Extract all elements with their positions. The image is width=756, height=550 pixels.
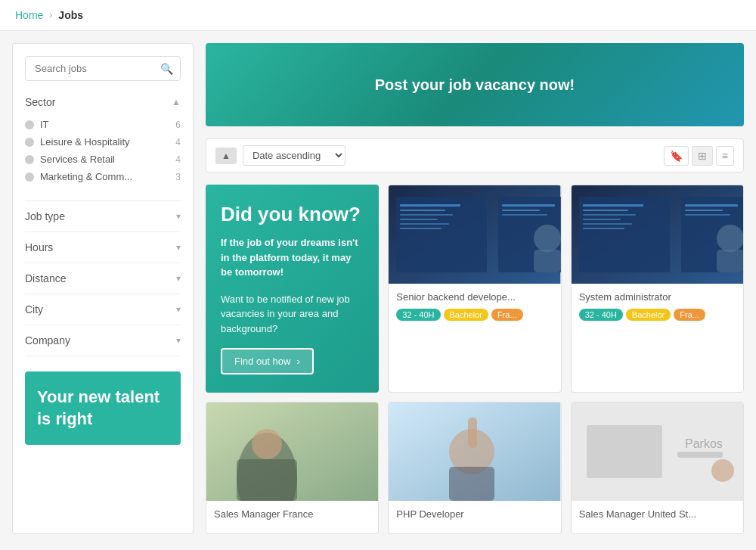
- promo-arrow-icon: ›: [296, 356, 299, 367]
- job-card-body: Sales Manager France: [206, 501, 378, 533]
- svg-rect-17: [583, 210, 628, 211]
- job-card[interactable]: Sales Manager France: [206, 402, 379, 534]
- promo-desc-light: Want to be notified of new job vacancies…: [221, 292, 364, 337]
- svg-rect-2: [400, 204, 460, 207]
- filter-collapse-icon: ▾: [176, 273, 181, 284]
- search-input[interactable]: [25, 56, 181, 81]
- svg-rect-21: [583, 228, 624, 229]
- svg-rect-10: [502, 210, 540, 211]
- banner-text: Post your job vacancy now!: [375, 76, 575, 94]
- grid-view-button[interactable]: ⊞: [692, 146, 713, 166]
- sector-collapse-icon: ▲: [172, 97, 181, 107]
- job-tag: Bachelor: [626, 309, 671, 321]
- sector-name: IT: [40, 119, 169, 130]
- job-card-image: Parkos: [572, 402, 743, 501]
- sector-dot: [25, 155, 34, 164]
- job-tag: Bachelor: [444, 309, 488, 321]
- svg-rect-31: [237, 459, 297, 501]
- job-card[interactable]: System administrator 32 - 40HBachelorFra…: [571, 185, 744, 393]
- svg-rect-18: [583, 214, 636, 216]
- promo-title: Did you know?: [221, 203, 364, 226]
- sector-item[interactable]: IT 6: [25, 116, 181, 133]
- filter-divider: [25, 231, 181, 232]
- list-view-button[interactable]: ≡: [716, 146, 734, 166]
- sector-label: Sector: [25, 96, 55, 108]
- promo-button-label: Find out how: [234, 356, 290, 367]
- svg-rect-16: [583, 204, 643, 207]
- job-title: Senior backend develope...: [396, 291, 553, 303]
- filter-collapse-icon: ▾: [176, 335, 181, 346]
- filter-divider: [25, 263, 181, 263]
- main-container: 🔍 Sector ▲ IT 6 Leisure & Hospitality 4 …: [0, 31, 756, 546]
- breadcrumb-current: Jobs: [58, 9, 83, 21]
- svg-point-26: [717, 225, 743, 252]
- job-title: Sales Manager France: [214, 508, 370, 520]
- filter-divider: [25, 356, 181, 356]
- job-card[interactable]: Parkos Sales Manager United St...: [571, 402, 744, 534]
- filter-company: Company ▾: [25, 334, 181, 356]
- job-tag: Fra...: [674, 309, 705, 321]
- filter-header[interactable]: Distance ▾: [25, 272, 181, 284]
- svg-rect-39: [677, 452, 723, 458]
- job-tags: 32 - 40HBachelorFra...: [579, 309, 736, 321]
- sector-list: IT 6 Leisure & Hospitality 4 Services & …: [25, 116, 181, 185]
- job-card-image: [389, 185, 560, 284]
- search-wrapper: 🔍: [25, 56, 181, 81]
- svg-rect-4: [400, 214, 453, 216]
- breadcrumb-home[interactable]: Home: [15, 9, 43, 21]
- sector-dot: [25, 138, 34, 147]
- filter-job-type: Job type ▾: [25, 210, 181, 232]
- filter-label: Distance: [25, 272, 66, 284]
- top-navigation: Home › Jobs: [0, 0, 756, 31]
- filter-header[interactable]: Hours ▾: [25, 241, 181, 253]
- svg-rect-34: [449, 467, 494, 501]
- sort-select[interactable]: Date ascending Date descending Relevance: [243, 145, 345, 166]
- svg-rect-19: [583, 219, 621, 220]
- sector-item[interactable]: Leisure & Hospitality 4: [25, 133, 181, 151]
- sort-bar: ▲ Date ascending Date descending Relevan…: [206, 138, 744, 172]
- filter-collapse-icon: ▾: [176, 304, 181, 315]
- promo-card[interactable]: Did you know? If the job of your dreams …: [206, 185, 379, 393]
- filter-header[interactable]: City ▾: [25, 303, 181, 315]
- sector-dot: [25, 120, 34, 129]
- filter-header[interactable]: Company ▾: [25, 334, 181, 346]
- sector-count: 4: [175, 137, 181, 148]
- job-card-body: System administrator 32 - 40HBachelorFra…: [572, 284, 743, 328]
- svg-rect-15: [579, 197, 670, 272]
- sector-name: Marketing & Comm...: [40, 171, 169, 182]
- job-title: Sales Manager United St...: [579, 508, 736, 520]
- search-icon: 🔍: [160, 63, 173, 75]
- sector-count: 4: [175, 154, 181, 165]
- job-card[interactable]: PHP Developer: [388, 402, 561, 534]
- sort-up-button[interactable]: ▲: [215, 148, 237, 164]
- banner[interactable]: Post your job vacancy now!: [206, 43, 744, 126]
- filter-collapse-icon: ▾: [176, 211, 181, 222]
- svg-text:Parkos: Parkos: [685, 437, 723, 450]
- job-card[interactable]: Senior backend develope... 32 - 40HBache…: [388, 185, 561, 393]
- filter-header[interactable]: Job type ▾: [25, 210, 181, 222]
- filter-city: City ▾: [25, 303, 181, 325]
- breadcrumb-separator: ›: [49, 10, 52, 20]
- sector-filter-header[interactable]: Sector ▲: [25, 96, 181, 108]
- job-title: System administrator: [579, 291, 736, 303]
- svg-point-12: [534, 225, 560, 252]
- filter-label: Hours: [25, 241, 53, 253]
- svg-point-40: [711, 459, 734, 482]
- divider-1: [25, 200, 181, 201]
- job-card-image: [572, 185, 743, 284]
- svg-rect-35: [468, 418, 477, 448]
- content-area: Post your job vacancy now! ▲ Date ascend…: [206, 43, 744, 534]
- svg-rect-23: [685, 204, 738, 207]
- filter-label: Company: [25, 334, 70, 346]
- promo-button[interactable]: Find out how ›: [221, 348, 314, 374]
- jobs-grid: Did you know? If the job of your dreams …: [206, 185, 744, 534]
- sector-item[interactable]: Marketing & Comm... 3: [25, 168, 181, 185]
- bookmark-view-button[interactable]: 🔖: [664, 146, 689, 166]
- sector-item[interactable]: Services & Retail 4: [25, 151, 181, 168]
- sector-count: 3: [175, 172, 181, 182]
- svg-rect-25: [685, 214, 730, 216]
- svg-rect-11: [502, 214, 547, 216]
- filter-label: City: [25, 303, 43, 315]
- svg-rect-20: [583, 223, 632, 225]
- filter-divider: [25, 294, 181, 294]
